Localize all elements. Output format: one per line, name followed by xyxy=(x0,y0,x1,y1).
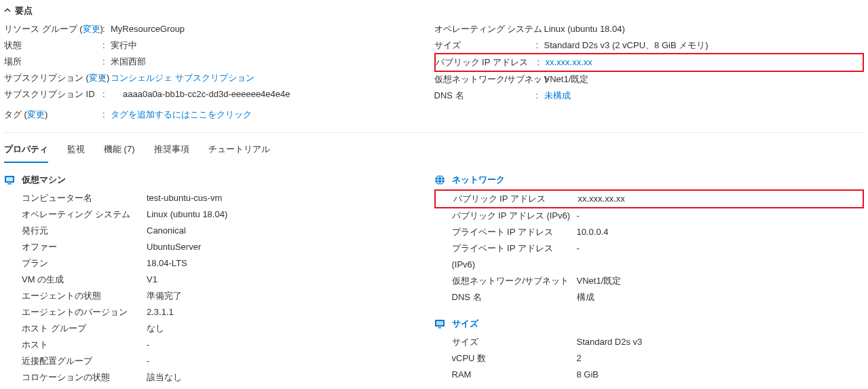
subscription-label: サブスクリプション ( xyxy=(4,73,89,83)
vnet-label: 仮想ネットワーク/サブネット xyxy=(434,71,536,88)
os-label: オペレーティング システム xyxy=(434,21,536,37)
tab-recommend[interactable]: 推奨事項 xyxy=(154,138,189,163)
tabs: プロパティ 監視 機能 (7) 推奨事項 チュートリアル xyxy=(4,133,864,163)
vm-host-value: - xyxy=(147,337,149,353)
tags-label-end: ) xyxy=(45,109,48,119)
network-public-ipv6-label: パブリック IP アドレス (IPv6) xyxy=(452,208,577,224)
vm-colocation-label: コロケーションの状態 xyxy=(22,369,147,386)
vm-computer-name-label: コンピューター名 xyxy=(22,190,147,206)
svg-rect-2 xyxy=(7,183,12,185)
size-ram-value: 8 GiB xyxy=(577,367,599,383)
vm-offer-value: UbuntuServer xyxy=(147,239,201,255)
network-section: ネットワーク パブリック IP アドレス xx.xxx.xx.xx パブリック … xyxy=(434,174,865,318)
tags-change-link[interactable]: 変更 xyxy=(27,109,45,119)
vm-gen-value: V1 xyxy=(147,272,157,288)
vm-os-value: Linux (ubuntu 18.04) xyxy=(147,206,227,223)
public-ip-link[interactable]: xx.xxx.xx.xx xyxy=(546,54,592,71)
vm-section: 仮想マシン コンピューター名test-ubuntu-cus-vm オペレーティン… xyxy=(4,174,434,389)
vm-host-label: ホスト xyxy=(22,337,147,353)
svg-rect-7 xyxy=(438,327,441,329)
network-section-title[interactable]: ネットワーク xyxy=(452,174,505,186)
resource-group-label: リソース グループ ( xyxy=(4,24,83,34)
tab-monitor[interactable]: 監視 xyxy=(67,138,85,163)
resource-group-change-link[interactable]: 変更 xyxy=(83,24,100,34)
size-size-value: Standard D2s v3 xyxy=(577,334,643,350)
dns-label: DNS 名 xyxy=(434,88,536,104)
status-label: 状態 xyxy=(4,37,102,54)
network-private-ip-label: プライベート IP アドレス xyxy=(452,224,577,240)
chevron-up-icon xyxy=(4,7,11,15)
vm-host-group-label: ホスト グループ xyxy=(22,320,147,337)
network-icon xyxy=(434,174,445,185)
svg-rect-1 xyxy=(6,177,13,181)
location-value: 米国西部 xyxy=(111,54,146,70)
network-public-ip-label: パブリック IP アドレス xyxy=(453,191,578,207)
location-label: 場所 xyxy=(4,54,102,70)
network-public-ip-highlighted-row: パブリック IP アドレス xx.xxx.xx.xx xyxy=(434,189,865,208)
size-vcpu-label: vCPU 数 xyxy=(452,350,577,367)
size-size-label: サイズ xyxy=(452,334,577,350)
tags-add-link[interactable]: タグを追加するにはここをクリック xyxy=(111,107,252,123)
essentials-right: オペレーティング システム : Linux (ubuntu 18.04) サイズ… xyxy=(434,21,865,123)
properties-content: 仮想マシン コンピューター名test-ubuntu-cus-vm オペレーティン… xyxy=(4,163,864,389)
vm-plan-label: プラン xyxy=(22,255,147,272)
vm-ppg-label: 近接配置グループ xyxy=(22,353,147,369)
size-ram-label: RAM xyxy=(452,367,577,383)
vm-host-group-value[interactable]: なし xyxy=(147,320,164,337)
network-private-ip-value: 10.0.0.4 xyxy=(577,224,609,240)
properties-left-col: 仮想マシン コンピューター名test-ubuntu-cus-vm オペレーティン… xyxy=(4,174,434,389)
network-public-ip-value[interactable]: xx.xxx.xx.xx xyxy=(578,191,625,207)
network-private-ipv6-label: プライベート IP アドレス (IPv6) xyxy=(452,240,577,273)
size-icon xyxy=(434,318,445,329)
subscription-id-label: サブスクリプション ID xyxy=(4,86,102,103)
dns-configure-link[interactable]: 未構成 xyxy=(544,88,571,104)
network-dns-label: DNS 名 xyxy=(452,289,577,305)
size-value: Standard D2s v3 (2 vCPU、8 GiB メモリ) xyxy=(544,37,709,54)
subscription-value-link[interactable]: コンシェルジェ サブスクリプション xyxy=(111,70,254,86)
vm-agent-status-label: エージェントの状態 xyxy=(22,288,147,304)
vm-colocation-value: 該当なし xyxy=(147,369,182,386)
size-section-title[interactable]: サイズ xyxy=(452,318,478,330)
vm-agent-version-label: エージェントのバージョン xyxy=(22,304,147,320)
resource-group-value: MyResourceGroup xyxy=(111,21,185,37)
tab-properties[interactable]: プロパティ xyxy=(4,138,48,163)
vm-agent-version-value: 2.3.1.1 xyxy=(147,304,174,320)
os-value: Linux (ubuntu 18.04) xyxy=(544,21,625,37)
vm-os-label: オペレーティング システム xyxy=(22,206,147,223)
tab-tutorial[interactable]: チュートリアル xyxy=(208,138,270,163)
size-label: サイズ xyxy=(434,37,536,54)
vm-computer-name-value: test-ubuntu-cus-vm xyxy=(147,190,222,206)
vm-section-title: 仮想マシン xyxy=(22,174,66,186)
network-vnet-label: 仮想ネットワーク/サブネット xyxy=(452,273,577,289)
svg-rect-6 xyxy=(436,321,443,325)
vm-ppg-value: - xyxy=(147,353,149,369)
status-value: 実行中 xyxy=(111,37,137,54)
essentials-title: 要点 xyxy=(15,5,33,17)
size-vcpu-value: 2 xyxy=(577,350,582,367)
vm-offer-label: オファー xyxy=(22,239,147,255)
tags-label: タグ ( xyxy=(4,109,27,119)
network-dns-value[interactable]: 構成 xyxy=(577,289,595,305)
essentials-toggle[interactable]: 要点 xyxy=(4,0,864,18)
vnet-value: VNet1/既定 xyxy=(544,71,589,88)
vm-agent-status-value: 準備完了 xyxy=(147,288,182,304)
tab-features[interactable]: 機能 (7) xyxy=(104,138,135,163)
essentials-left: リソース グループ (変更) : MyResourceGroup 状態 : 実行… xyxy=(4,21,434,123)
network-public-ipv6-value: - xyxy=(577,208,580,224)
essentials-body: リソース グループ (変更) : MyResourceGroup 状態 : 実行… xyxy=(4,18,864,128)
subscription-id-value: aaaa0a0a-bb1b-cc2c-dd3d-eeeeee4e4e4e xyxy=(111,86,290,103)
public-ip-highlighted-row: パブリック IP アドレス : xx.xxx.xx.xx xyxy=(434,53,865,72)
network-private-ipv6-value: - xyxy=(577,240,580,273)
public-ip-label: パブリック IP アドレス xyxy=(436,54,537,71)
vm-plan-value: 18.04-LTS xyxy=(147,255,187,272)
vm-gen-label: VM の生成 xyxy=(22,272,147,288)
vm-publisher-value: Canonical xyxy=(147,223,186,239)
network-vnet-value: VNet1/既定 xyxy=(577,273,622,289)
size-section: サイズ サイズStandard D2s v3 vCPU 数2 RAM8 GiB xyxy=(434,318,865,389)
properties-right-col: ネットワーク パブリック IP アドレス xx.xxx.xx.xx パブリック … xyxy=(434,174,865,389)
vm-publisher-label: 発行元 xyxy=(22,223,147,239)
vm-icon xyxy=(4,174,15,185)
